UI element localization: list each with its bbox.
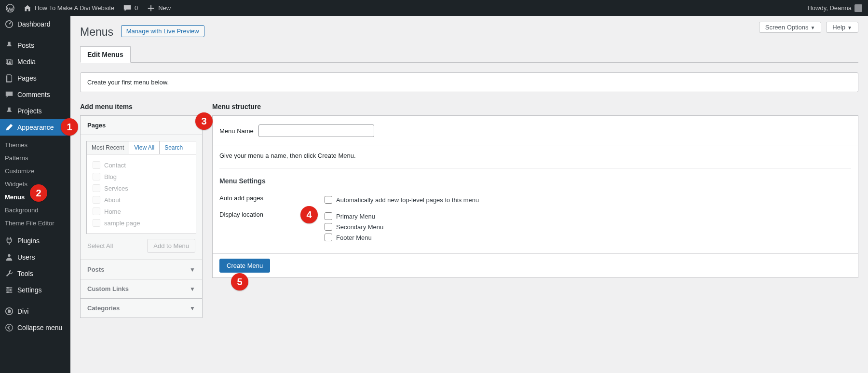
admin-sidebar: Dashboard Posts Media Pages Comments Pro…	[0, 16, 70, 337]
menu-name-row: Menu Name	[213, 116, 858, 146]
structure-heading: Menu structure	[212, 103, 858, 111]
sub-item-themes[interactable]: Themes	[0, 138, 70, 152]
page-item-label: Contact	[104, 162, 126, 169]
acc-pages-head[interactable]: Pages	[81, 116, 202, 135]
sidebar-item-appearance[interactable]: Appearance	[0, 119, 70, 136]
location-checkbox[interactable]	[325, 212, 332, 220]
sidebar-item-projects[interactable]: Projects	[0, 103, 70, 119]
svg-point-4	[7, 287, 9, 289]
sidebar-label: Media	[17, 58, 36, 66]
page-item[interactable]: Home	[93, 206, 190, 217]
collapse-menu[interactable]: Collapse menu	[0, 319, 70, 336]
select-all-link[interactable]: Select All	[87, 242, 113, 249]
sidebar-item-settings[interactable]: Settings	[0, 282, 70, 298]
comment-icon	[123, 4, 132, 13]
page-checkbox[interactable]	[93, 196, 100, 204]
tab-search[interactable]: Search	[160, 141, 188, 154]
location-option[interactable]: Footer Menu	[325, 232, 383, 243]
page-item[interactable]: About	[93, 194, 190, 206]
location-checkbox[interactable]	[325, 223, 332, 231]
auto-add-text: Automatically add new top-level pages to…	[336, 196, 479, 204]
acc-posts-head[interactable]: Posts ▼	[81, 260, 202, 279]
sidebar-item-media[interactable]: Media	[0, 54, 70, 70]
acc-posts-label: Posts	[87, 266, 104, 273]
sidebar-label: Collapse menu	[17, 324, 62, 332]
avatar	[854, 4, 862, 12]
new-content[interactable]: New	[147, 4, 171, 13]
page-item[interactable]: Blog	[93, 171, 190, 182]
wrench-icon	[5, 269, 14, 278]
page-checkbox[interactable]	[93, 161, 100, 169]
acc-categories-head[interactable]: Categories ▼	[81, 298, 202, 318]
chevron-down-icon: ▼	[810, 25, 815, 30]
media-icon	[5, 57, 14, 66]
page-item[interactable]: Contact	[93, 159, 190, 171]
sidebar-item-users[interactable]: Users	[0, 249, 70, 265]
sidebar-item-dashboard[interactable]: Dashboard	[0, 16, 70, 32]
page-checkbox[interactable]	[93, 173, 100, 180]
sidebar-label: Dashboard	[17, 20, 51, 28]
annotation-3: 3	[195, 112, 213, 130]
info-notice: Create your first menu below.	[80, 72, 858, 92]
tab-edit-menus[interactable]: Edit Menus	[80, 46, 131, 63]
svg-point-8	[6, 324, 13, 331]
sidebar-label: Projects	[17, 107, 42, 115]
chevron-down-icon: ▼	[190, 305, 195, 312]
menu-structure-panel: Menu Name Give your menu a name, then cl…	[212, 115, 858, 278]
create-menu-button[interactable]: Create Menu	[219, 259, 270, 273]
sub-item-customize[interactable]: Customize	[0, 165, 70, 178]
sidebar-item-tools[interactable]: Tools	[0, 265, 70, 282]
page-checkbox[interactable]	[93, 184, 100, 192]
acc-custom-head[interactable]: Custom Links ▼	[81, 279, 202, 298]
annotation-2: 2	[30, 184, 47, 202]
comments-link[interactable]: 0	[123, 4, 138, 13]
sub-item-theme-editor[interactable]: Theme File Editor	[0, 217, 70, 230]
tab-view-all[interactable]: View All	[129, 141, 160, 154]
svg-point-5	[10, 289, 12, 291]
chevron-down-icon: ▼	[190, 286, 195, 292]
location-option[interactable]: Primary Menu	[325, 211, 383, 221]
page-item[interactable]: sample page	[93, 217, 190, 229]
sub-item-patterns[interactable]: Patterns	[0, 152, 70, 165]
wp-logo[interactable]	[6, 4, 14, 13]
sidebar-label: Appearance	[17, 124, 54, 131]
location-option[interactable]: Secondary Menu	[325, 221, 383, 232]
auto-add-option[interactable]: Automatically add new top-level pages to…	[325, 194, 479, 205]
page-item-label: Services	[104, 185, 128, 192]
sidebar-label: Pages	[17, 74, 37, 82]
location-text: Primary Menu	[336, 213, 375, 220]
menu-name-input[interactable]	[258, 124, 374, 137]
help-button[interactable]: Help▼	[826, 22, 858, 33]
annotation-4: 4	[300, 206, 318, 223]
sidebar-item-divi[interactable]: Divi	[0, 303, 70, 319]
page-checkbox[interactable]	[93, 219, 100, 227]
live-preview-button[interactable]: Manage with Live Preview	[121, 25, 204, 37]
nav-tab-wrapper: Edit Menus	[80, 46, 858, 63]
brush-icon	[5, 123, 14, 132]
sidebar-item-comments[interactable]: Comments	[0, 86, 70, 103]
sub-item-background[interactable]: Background	[0, 204, 70, 217]
tab-most-recent[interactable]: Most Recent	[87, 141, 129, 154]
site-link[interactable]: How To Make A Divi Website	[23, 4, 114, 13]
annotation-5: 5	[231, 273, 248, 290]
annotation-1: 1	[61, 118, 78, 136]
acc-pages-body: Most Recent View All Search Contact Blog…	[81, 135, 202, 260]
auto-add-checkbox[interactable]	[325, 196, 332, 204]
pages-mini-tabs: Most Recent View All Search	[86, 141, 196, 154]
page-item[interactable]: Services	[93, 182, 190, 194]
user-greeting[interactable]: Howdy, Deanna	[807, 4, 862, 12]
chevron-down-icon: ▼	[847, 25, 852, 30]
sidebar-item-plugins[interactable]: Plugins	[0, 233, 70, 249]
sidebar-item-pages[interactable]: Pages	[0, 70, 70, 86]
page-checkbox[interactable]	[93, 207, 100, 215]
menu-settings-title: Menu Settings	[219, 177, 851, 185]
screen-options-button[interactable]: Screen Options▼	[759, 22, 822, 33]
help-label: Help	[832, 24, 845, 31]
acc-pages-label: Pages	[87, 122, 106, 129]
sidebar-item-posts[interactable]: Posts	[0, 37, 70, 54]
svg-point-6	[7, 291, 9, 293]
location-checkbox[interactable]	[325, 234, 332, 241]
appearance-submenu: Themes Patterns Customize Widgets Menus …	[0, 136, 70, 233]
add-to-menu-button[interactable]: Add to Menu	[147, 239, 195, 253]
site-name: How To Make A Divi Website	[35, 4, 114, 12]
